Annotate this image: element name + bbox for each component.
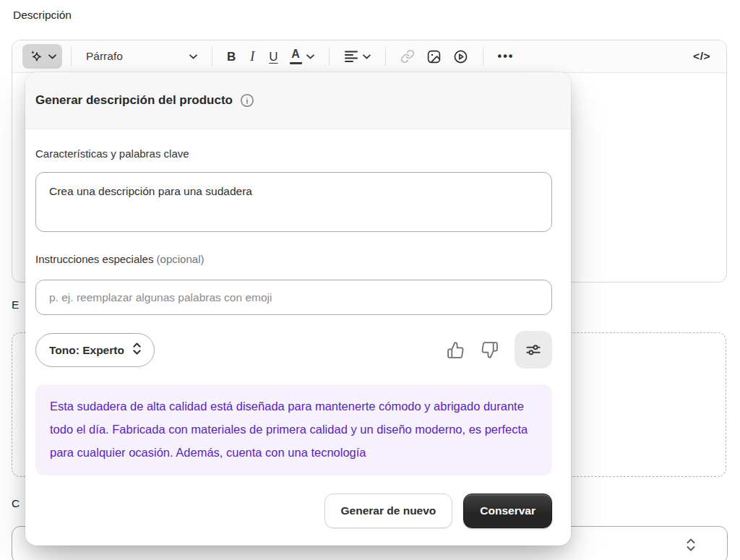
regenerate-button[interactable]: Generar de nuevo bbox=[324, 494, 453, 528]
tone-row: Tono: Experto bbox=[35, 331, 561, 369]
italic-button[interactable]: I bbox=[241, 46, 263, 67]
select-updown-icon bbox=[132, 341, 142, 359]
link-icon bbox=[400, 49, 415, 64]
underline-button[interactable]: U bbox=[263, 46, 283, 67]
sparkles-icon bbox=[28, 48, 44, 64]
chevron-down-icon bbox=[189, 54, 197, 59]
toolbar-divider bbox=[71, 47, 72, 66]
text-color-button[interactable]: A bbox=[284, 44, 320, 68]
popup-footer: Generar de nuevo Conservar bbox=[324, 494, 552, 528]
generated-description-box[interactable]: Esta sudadera de alta calidad está diseñ… bbox=[35, 384, 552, 475]
more-options-button[interactable]: ••• bbox=[492, 46, 520, 67]
chevron-down-icon bbox=[48, 54, 56, 59]
ai-magic-button[interactable] bbox=[22, 44, 62, 69]
features-label: Características y palabras clave bbox=[35, 147, 189, 160]
paragraph-style-label: Párrafo bbox=[86, 50, 123, 63]
code-view-button[interactable]: </> bbox=[687, 46, 716, 67]
toolbar-divider bbox=[483, 47, 483, 66]
play-video-icon bbox=[453, 49, 468, 64]
toolbar-divider bbox=[385, 47, 386, 66]
tone-select[interactable]: Tono: Experto bbox=[35, 333, 155, 367]
toolbar-divider bbox=[329, 47, 330, 66]
align-left-icon bbox=[344, 50, 358, 63]
background-field-label-e: E bbox=[12, 298, 19, 311]
instructions-optional-text: (opcional) bbox=[157, 253, 205, 265]
chevron-down-icon bbox=[306, 54, 314, 59]
bold-button[interactable]: B bbox=[221, 46, 241, 67]
underline-glyph: U bbox=[269, 51, 278, 63]
alignment-button[interactable] bbox=[338, 46, 377, 67]
instructions-label: Instrucciones especiales (opcional) bbox=[35, 253, 204, 265]
info-icon[interactable] bbox=[240, 93, 254, 108]
generated-description-text: Esta sudadera de alta calidad está diseñ… bbox=[50, 395, 538, 464]
chevron-down-icon bbox=[363, 54, 371, 59]
background-field-label-c: C bbox=[12, 497, 20, 510]
insert-image-button[interactable] bbox=[421, 45, 447, 69]
popup-header: Generar descripción del producto bbox=[25, 72, 571, 129]
text-color-icon: A bbox=[290, 48, 302, 64]
select-updown-icon bbox=[685, 537, 697, 556]
link-button bbox=[395, 45, 421, 68]
thumbs-up-button[interactable] bbox=[447, 341, 465, 359]
settings-sliders-button[interactable] bbox=[515, 331, 552, 369]
thumbs-down-button[interactable] bbox=[481, 341, 499, 359]
features-input[interactable]: Crea una descripción para una sudadera bbox=[35, 172, 552, 232]
insert-video-button[interactable] bbox=[447, 45, 474, 69]
description-field-label: Descripción bbox=[13, 9, 72, 22]
tone-select-value: Tono: Experto bbox=[49, 344, 124, 357]
paragraph-style-select[interactable]: Párrafo bbox=[80, 46, 203, 67]
keep-button[interactable]: Conservar bbox=[463, 494, 552, 528]
editor-toolbar: Párrafo B I U A bbox=[12, 40, 726, 73]
italic-glyph: I bbox=[247, 50, 257, 63]
toolbar-divider bbox=[212, 47, 212, 66]
image-icon bbox=[426, 49, 442, 64]
instructions-label-text: Instrucciones especiales bbox=[35, 253, 153, 265]
generate-description-popup: Generar descripción del producto Caracte… bbox=[25, 72, 571, 546]
ellipsis-icon: ••• bbox=[498, 50, 515, 63]
instructions-input[interactable] bbox=[35, 280, 552, 315]
bold-glyph: B bbox=[227, 51, 236, 63]
popup-title: Generar descripción del producto bbox=[35, 93, 233, 108]
code-icon: </> bbox=[693, 50, 710, 63]
